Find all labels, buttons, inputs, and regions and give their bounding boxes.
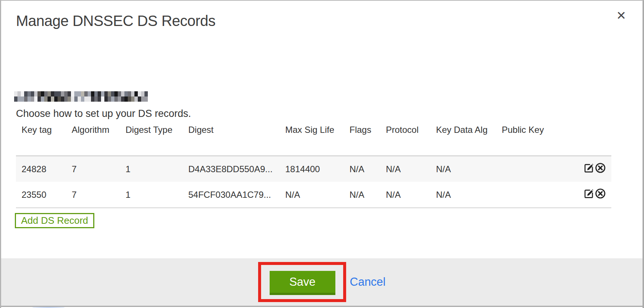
cell-key-data-alg: N/A: [430, 182, 496, 208]
header-key-data-alg: Key Data Alg: [430, 123, 496, 156]
cell-flags: N/A: [344, 182, 380, 208]
header-key-tag: Key tag: [16, 123, 66, 156]
cell-protocol: N/A: [380, 182, 430, 208]
header-actions: [567, 123, 611, 156]
header-max-sig-life: Max Sig Life: [280, 123, 344, 156]
save-button[interactable]: Save: [270, 271, 335, 295]
table-header-row: Key tag Algorithm Digest Type Digest Max…: [16, 123, 611, 156]
add-ds-record-button[interactable]: Add DS Record: [15, 213, 94, 228]
cell-key-tag: 24828: [16, 156, 66, 182]
redacted-domain-name: [14, 91, 148, 102]
cell-digest: D4A33E8DD550A9...: [183, 156, 280, 182]
delete-record-icon[interactable]: [595, 162, 606, 176]
ds-records-table: Key tag Algorithm Digest Type Digest Max…: [16, 123, 611, 208]
edit-record-icon[interactable]: [583, 162, 595, 176]
header-flags: Flags: [344, 123, 380, 156]
header-algorithm: Algorithm: [66, 123, 120, 156]
cell-algorithm: 7: [66, 182, 120, 208]
dnssec-modal-window: Manage DNSSEC DS Records ✕ Choose how to…: [0, 0, 644, 308]
cell-max-sig-life: 1814400: [280, 156, 344, 182]
cancel-link[interactable]: Cancel: [350, 275, 386, 289]
modal-footer: Save Cancel: [1, 258, 643, 307]
cell-digest: 54FCF030AA1C79...: [183, 182, 280, 208]
cell-digest-type: 1: [120, 182, 183, 208]
header-public-key: Public Key: [496, 123, 567, 156]
cell-max-sig-life: N/A: [280, 182, 344, 208]
cell-key-tag: 23550: [16, 182, 66, 208]
cell-digest-type: 1: [120, 156, 183, 182]
page-title: Manage DNSSEC DS Records: [16, 12, 215, 30]
cell-public-key: [496, 156, 567, 182]
header-digest-type: Digest Type: [120, 123, 183, 156]
header-digest: Digest: [183, 123, 280, 156]
cell-algorithm: 7: [66, 156, 120, 182]
header-protocol: Protocol: [380, 123, 430, 156]
edit-record-icon[interactable]: [583, 188, 595, 201]
delete-record-icon[interactable]: [595, 188, 606, 201]
setup-instructions-text: Choose how to set up your DS records.: [16, 108, 191, 119]
table-row: 23550 7 1 54FCF030AA1C79... N/A N/A N/A …: [16, 182, 611, 208]
cell-key-data-alg: N/A: [430, 156, 496, 182]
close-icon[interactable]: ✕: [616, 9, 626, 22]
cell-public-key: [496, 182, 567, 208]
cell-protocol: N/A: [380, 156, 430, 182]
cell-flags: N/A: [344, 156, 380, 182]
table-row: 24828 7 1 D4A33E8DD550A9... 1814400 N/A …: [16, 156, 611, 182]
red-annotation-box: Save: [258, 262, 346, 302]
